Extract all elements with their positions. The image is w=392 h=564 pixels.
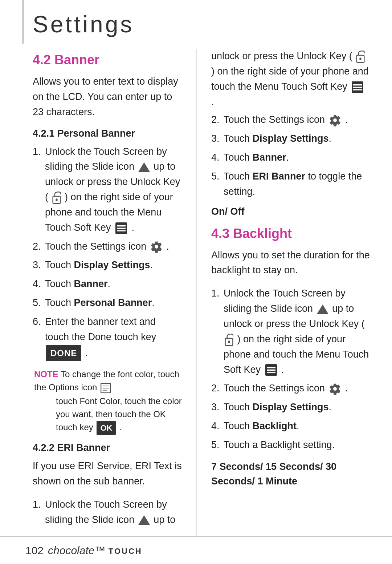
step-num: 1.: [211, 286, 221, 301]
step-content: Touch the Settings icon .: [45, 239, 182, 254]
subsection-4-2-1-heading: 4.2.1 Personal Banner: [33, 128, 182, 139]
eri-step-3: 3. Touch Display Settings.: [211, 131, 370, 146]
footer-brand: chocolate™ TOUCH: [48, 544, 142, 557]
step-num: 1.: [33, 144, 43, 160]
step-content: Touch the Settings icon .: [224, 381, 370, 396]
step-num: 4.: [211, 150, 221, 165]
footer: 102 chocolate™ TOUCH: [0, 536, 392, 564]
step-content: Touch a Backlight setting.: [224, 438, 370, 453]
done-button-label: DONE: [46, 345, 81, 361]
backlight-step-4: 4. Touch Backlight.: [211, 419, 370, 434]
settings-icon: [329, 383, 341, 395]
step-num: 2.: [33, 239, 43, 254]
step-content: Touch Display Settings.: [224, 131, 370, 146]
backlight-options: 7 Seconds/ 15 Seconds/ 30 Seconds/ 1 Min…: [211, 459, 370, 489]
brand-touch: TOUCH: [109, 547, 142, 556]
footer-page-number: 102: [25, 544, 44, 557]
slide-icon: [138, 515, 150, 525]
step-content: Touch Banner.: [224, 150, 370, 165]
eri-step-1: 1. Unlock the Touch Screen by sliding th…: [33, 497, 182, 528]
unlock-icon: [225, 334, 233, 346]
step-num: 2.: [211, 112, 221, 128]
step-content: Touch the Settings icon .: [224, 112, 370, 128]
step-content: Touch ERI Banner to toggle the setting.: [224, 169, 370, 200]
section-4-2-heading: 4.2 Banner: [33, 52, 182, 68]
step-content: Touch Display Settings.: [45, 258, 182, 273]
step-num: 3.: [211, 131, 221, 146]
step-bold: Display Settings: [253, 402, 329, 412]
eri-step-2: 2. Touch the Settings icon .: [211, 112, 370, 128]
unlock-icon: [52, 192, 61, 204]
menu-icon: [351, 81, 364, 93]
step-1: 1. Unlock the Touch Screen by sliding th…: [33, 144, 182, 235]
backlight-step-2: 2. Touch the Settings icon .: [211, 381, 370, 396]
step-bold: Display Settings: [253, 133, 329, 144]
page-title: Settings: [0, 0, 392, 49]
backlight-steps: 1. Unlock the Touch Screen by sliding th…: [211, 286, 370, 452]
ok-button-label: OK: [97, 421, 116, 435]
section-4-3-heading: 4.3 Backlight: [211, 226, 370, 241]
step-bold: Banner: [253, 152, 286, 163]
step-content: Touch Display Settings.: [224, 400, 370, 415]
section-4-2-description: Allows you to enter text to display on t…: [33, 74, 182, 120]
step-bold: Personal Banner: [74, 297, 152, 308]
backlight-step-1: 1. Unlock the Touch Screen by sliding th…: [211, 286, 370, 377]
backlight-step-3: 3. Touch Display Settings.: [211, 400, 370, 415]
subsection-4-2-2-heading: 4.2.2 ERI Banner: [33, 442, 182, 454]
step-bold: ERI Banner: [253, 171, 306, 182]
menu-icon: [115, 222, 128, 234]
step-6: 6. Enter the banner text and touch the D…: [33, 314, 182, 361]
slide-icon: [138, 162, 150, 172]
step-num: 5.: [211, 438, 221, 453]
settings-icon: [329, 114, 341, 126]
step-content: Unlock the Touch Screen by sliding the S…: [45, 497, 182, 528]
step-num: 3.: [211, 400, 221, 415]
eri-banner-steps-right: 2. Touch the Settings icon . 3. Touch Di…: [211, 112, 370, 199]
step-3: 3. Touch Display Settings.: [33, 258, 182, 273]
backlight-step-5: 5. Touch a Backlight setting.: [211, 438, 370, 453]
step-bold: Display Settings: [74, 259, 150, 270]
eri-banner-description: If you use ERI Service, ERI Text is show…: [33, 459, 182, 489]
personal-banner-steps: 1. Unlock the Touch Screen by sliding th…: [33, 144, 182, 361]
note-label: NOTE: [34, 369, 58, 379]
step-num: 1.: [33, 497, 43, 512]
eri-step-5: 5. Touch ERI Banner to toggle the settin…: [211, 169, 370, 200]
note-content: touch Font Color, touch the color you wa…: [34, 395, 182, 435]
step-content: Enter the banner text and touch the Done…: [45, 314, 182, 361]
section-4-3-description: Allows you to set the duration for the b…: [211, 248, 370, 278]
eri-banner-steps-left: 1. Unlock the Touch Screen by sliding th…: [33, 497, 182, 528]
step-content: Unlock the Touch Screen by sliding the S…: [45, 144, 182, 235]
unlock-icon: [356, 51, 365, 63]
accent-bar: [22, 0, 24, 44]
menu-icon: [265, 364, 278, 376]
step-num: 3.: [33, 258, 43, 273]
eri-step-4: 4. Touch Banner.: [211, 150, 370, 165]
note-block: NOTE To change the font color, touch the…: [33, 368, 182, 435]
step-num: 4.: [211, 419, 221, 434]
step-content: Unlock the Touch Screen by sliding the S…: [224, 286, 370, 377]
step-num: 5.: [211, 169, 221, 184]
settings-icon: [150, 241, 163, 253]
step-content: Touch Banner.: [45, 277, 182, 292]
step-content: Touch Backlight.: [224, 419, 370, 434]
step-num: 6.: [33, 314, 43, 330]
content-area: 4.2 Banner Allows you to enter text to d…: [0, 49, 392, 536]
page: Settings 4.2 Banner Allows you to enter …: [0, 0, 392, 564]
step-2: 2. Touch the Settings icon .: [33, 239, 182, 254]
brand-name: chocolate: [48, 544, 94, 556]
step-5: 5. Touch Personal Banner.: [33, 295, 182, 311]
step-num: 4.: [33, 277, 43, 292]
slide-icon: [317, 304, 328, 314]
right-column: unlock or press the Unlock Key ( ) on th…: [196, 49, 370, 536]
step-content: Touch Personal Banner.: [45, 295, 182, 311]
step-bold: Backlight: [253, 420, 297, 431]
step-4: 4. Touch Banner.: [33, 277, 182, 292]
onoff-label: On/ Off: [211, 206, 370, 217]
options-icon: [101, 383, 111, 393]
eri-continuation: unlock or press the Unlock Key ( ) on th…: [211, 49, 370, 109]
step-num: 2.: [211, 381, 221, 396]
step-bold: Banner: [74, 278, 108, 289]
left-column: 4.2 Banner Allows you to enter text to d…: [22, 49, 196, 536]
step-num: 5.: [33, 295, 43, 311]
